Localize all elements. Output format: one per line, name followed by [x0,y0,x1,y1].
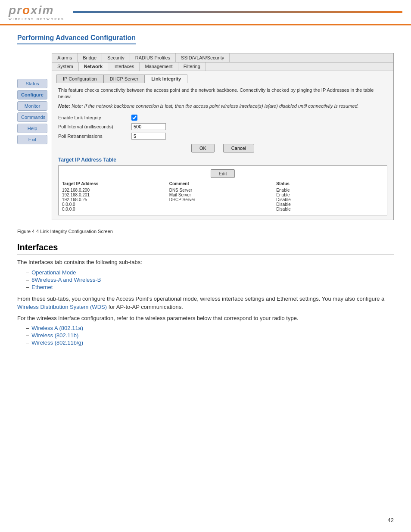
tab-bridge[interactable]: Bridge [78,53,102,62]
cell-status-0: Enable [276,188,383,193]
cell-comment-1: Mail Server [169,193,277,197]
content-tabs: IP Configuration DHCP Server Link Integr… [52,71,393,83]
cell-status-2: Disable [276,197,383,202]
subtab-network[interactable]: Network [79,62,108,71]
table-row: 0.0.0.0 Disable [62,202,383,207]
logo-text: proxim [9,3,54,17]
checkbox-enable-link[interactable] [131,115,137,121]
link-wds[interactable]: Wireless Distribution System (WDS) [17,304,107,310]
page-title: Performing Advanced Configuration [17,34,136,44]
cell-status-3: Disable [276,202,383,207]
cell-comment-2: DHCP Server [169,197,277,202]
main-layout: Status Configure Monitor Commands Help E… [17,53,394,220]
interfaces-desc2: From these sub-tabs, you configure the A… [17,295,394,311]
cell-ip-3: 0.0.0.0 [62,202,169,207]
col-header-status: Status [276,181,383,186]
subtab-filtering[interactable]: Filtering [178,62,206,71]
sidebar-item-commands[interactable]: Commands [17,112,47,122]
figure-caption: Figure 4-4 Link Integrity Configuration … [17,229,394,234]
page-number: 42 [388,517,394,523]
form-row-poll-retrans: Poll Retransmissions [58,133,387,140]
content-tab-ip-config[interactable]: IP Configuration [56,75,103,83]
input-poll-interval[interactable] [131,123,166,130]
description-text: This feature checks connectivity between… [58,87,387,100]
sub-nav: System Network Interfaces Management Fil… [52,62,393,71]
table-row: 192.168.0.200 DNS Server Enable [62,188,383,193]
subtab-system[interactable]: System [52,62,79,71]
cancel-button[interactable]: Cancel [223,144,254,152]
panel-body: This feature checks connectivity between… [52,83,393,220]
interfaces-title: Interfaces [17,243,394,255]
header: proxim WIRELESS NETWORKS [0,0,411,25]
tab-security[interactable]: Security [102,53,130,62]
label-enable-link: Enable Link Integrity [58,115,127,120]
link-operational-mode[interactable]: Operational Mode [31,269,76,276]
ok-button[interactable]: OK [191,144,215,152]
content-tab-dhcp-server[interactable]: DHCP Server [103,75,145,83]
target-ip-section: Target IP Address Table Edit Target IP A… [58,157,387,215]
table-row: 0.0.0.0 Disable [62,207,383,212]
list-item-wireless-ab: 8Wireless-A and Wireless-B [26,277,394,283]
sidebar: Status Configure Monitor Commands Help E… [17,53,52,220]
interfaces-subtabs-list: Operational Mode 8Wireless-A and Wireles… [26,269,394,290]
label-poll-retrans: Poll Retransmissions [58,134,127,139]
interfaces-desc1: The Interfaces tab contains the followin… [17,258,394,267]
list-item-wireless-a: Wireless A (802.11a) [26,325,394,331]
wireless-list: Wireless A (802.11a) Wireless (802.11b) … [26,325,394,346]
cell-comment-0: DNS Server [169,188,277,193]
list-item-operational-mode: Operational Mode [26,269,394,276]
link-wireless-a[interactable]: Wireless A (802.11a) [31,325,83,331]
link-ethernet[interactable]: Ethernet [31,284,53,290]
link-wireless-b[interactable]: Wireless (802.11b) [31,332,78,339]
sidebar-item-status[interactable]: Status [17,79,47,88]
ip-table-header: Target IP Address Comment Status [62,181,383,186]
sidebar-item-configure[interactable]: Configure [17,90,47,100]
top-nav: Alarms Bridge Security RADIUS Profiles S… [52,53,393,62]
page-content: Performing Advanced Configuration Status… [0,25,411,359]
interfaces-section: Interfaces The Interfaces tab contains t… [17,243,394,346]
edit-btn-row: Edit [62,169,383,178]
subtab-management[interactable]: Management [140,62,178,71]
edit-button[interactable]: Edit [211,169,235,178]
form-row-enable: Enable Link Integrity [58,115,387,121]
link-wireless-bg[interactable]: Wireless (802.11b/g) [31,339,83,346]
logo: proxim WIRELESS NETWORKS [9,3,65,21]
table-row: 192.168.0.25 DHCP Server Disable [62,197,383,202]
label-poll-interval: Poll Interval (milliseconds) [58,124,127,129]
table-row: 192.168.0.201 Mail Server Enable [62,193,383,197]
cell-ip-1: 192.168.0.201 [62,193,169,197]
input-poll-retrans[interactable] [131,133,166,140]
list-item-wireless-bg: Wireless (802.11b/g) [26,339,394,346]
sidebar-item-monitor[interactable]: Monitor [17,101,47,111]
col-header-comment: Comment [169,181,277,186]
content-tab-link-integrity[interactable]: Link Integrity [145,75,187,83]
logo-subtitle: WIRELESS NETWORKS [9,18,65,21]
tab-radius-profiles[interactable]: RADIUS Profiles [130,53,176,62]
col-header-ip: Target IP Address [62,181,169,186]
cell-ip-0: 192.168.0.200 [62,188,169,193]
form-row-poll-interval: Poll Interval (milliseconds) [58,123,387,130]
sidebar-item-help[interactable]: Help [17,124,47,133]
main-panel: Alarms Bridge Security RADIUS Profiles S… [52,53,394,220]
note-text: Note: Note: If the network backbone conn… [58,103,387,109]
subtab-interfaces[interactable]: Interfaces [108,62,140,71]
btn-row: OK Cancel [58,144,387,152]
interfaces-desc3: For the wireless interface configuration… [17,314,394,323]
tab-ssid-vlan-security[interactable]: SSID/VLAN/Security [176,53,230,62]
cell-ip-2: 192.168.0.25 [62,197,169,202]
cell-status-4: Disable [276,207,383,212]
cell-comment-4 [169,207,277,212]
link-wireless-ab[interactable]: 8Wireless-A and Wireless-B [31,277,101,283]
header-bar [73,11,402,13]
cell-comment-3 [169,202,277,207]
sidebar-item-exit[interactable]: Exit [17,135,47,144]
list-item-wireless-b: Wireless (802.11b) [26,332,394,339]
cell-ip-4: 0.0.0.0 [62,207,169,212]
tab-alarms[interactable]: Alarms [52,53,78,62]
list-item-ethernet: Ethernet [26,284,394,290]
target-ip-box: Edit Target IP Address Comment Status 19… [58,165,387,215]
target-ip-title: Target IP Address Table [58,157,387,163]
cell-status-1: Enable [276,193,383,197]
